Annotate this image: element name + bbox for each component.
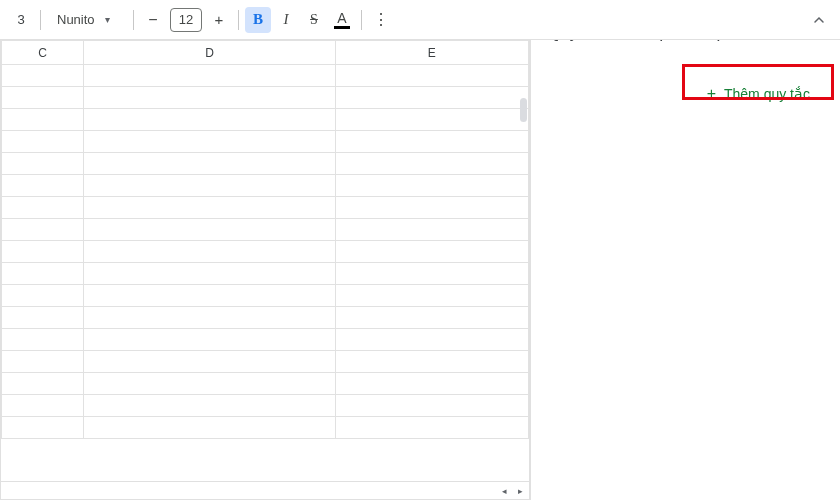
table-row [2, 87, 529, 109]
toolbar-separator [238, 10, 239, 30]
cell[interactable] [335, 219, 528, 241]
close-sidepanel-button[interactable]: × [800, 40, 824, 44]
cell[interactable] [84, 175, 335, 197]
cell[interactable] [84, 351, 335, 373]
table-row [2, 153, 529, 175]
cell[interactable] [335, 131, 528, 153]
spreadsheet-grid[interactable]: C D E [1, 40, 529, 481]
bold-button[interactable]: B [245, 7, 271, 33]
table-row [2, 373, 529, 395]
cell[interactable] [2, 263, 84, 285]
cell[interactable] [335, 307, 528, 329]
cell[interactable] [2, 307, 84, 329]
cell[interactable] [335, 417, 528, 439]
main-area: C D E ◂ ▸ Quy tắc xác thực dữ liệu × + [0, 40, 840, 500]
cell[interactable] [2, 109, 84, 131]
cell[interactable] [2, 197, 84, 219]
table-row [2, 131, 529, 153]
cell[interactable] [2, 373, 84, 395]
table-row [2, 351, 529, 373]
cell[interactable] [84, 219, 335, 241]
cell[interactable] [2, 153, 84, 175]
toolbar-separator [40, 10, 41, 30]
collapse-toolbar-button[interactable] [806, 7, 832, 33]
font-size-increase-button[interactable]: + [206, 7, 232, 33]
table-row [2, 329, 529, 351]
strikethrough-button[interactable]: S [301, 7, 327, 33]
table-row [2, 197, 529, 219]
column-header-e[interactable]: E [335, 41, 528, 65]
cell[interactable] [84, 131, 335, 153]
cell[interactable] [335, 175, 528, 197]
cell[interactable] [84, 395, 335, 417]
cell[interactable] [2, 87, 84, 109]
vertical-scrollbar-thumb[interactable] [520, 98, 527, 122]
table-row [2, 219, 529, 241]
cell[interactable] [2, 131, 84, 153]
table-row [2, 241, 529, 263]
leading-value: 3 [8, 7, 34, 33]
cell[interactable] [84, 263, 335, 285]
cell[interactable] [335, 109, 528, 131]
column-header-row: C D E [2, 41, 529, 65]
cell[interactable] [2, 65, 84, 87]
table-row [2, 263, 529, 285]
cell[interactable] [335, 65, 528, 87]
scroll-right-button[interactable]: ▸ [513, 484, 527, 498]
cell[interactable] [84, 87, 335, 109]
font-family-label: Nunito [57, 12, 95, 27]
font-size-input[interactable]: 12 [170, 8, 202, 32]
cell[interactable] [2, 351, 84, 373]
cell[interactable] [84, 153, 335, 175]
toolbar-separator [133, 10, 134, 30]
text-color-bar-icon [334, 26, 350, 29]
cell[interactable] [335, 351, 528, 373]
plus-icon: + [707, 86, 716, 102]
cell[interactable] [335, 373, 528, 395]
cell[interactable] [2, 219, 84, 241]
add-rule-container: + Thêm quy tắc [547, 72, 824, 116]
cell[interactable] [84, 65, 335, 87]
chevron-up-icon [813, 14, 825, 26]
table-row [2, 65, 529, 87]
spreadsheet: C D E ◂ ▸ [0, 40, 530, 500]
cell[interactable] [335, 263, 528, 285]
cell[interactable] [84, 417, 335, 439]
column-header-d[interactable]: D [84, 41, 335, 65]
font-size-decrease-button[interactable]: − [140, 7, 166, 33]
table-row [2, 395, 529, 417]
cell[interactable] [2, 285, 84, 307]
scroll-left-button[interactable]: ◂ [497, 484, 511, 498]
table-row [2, 417, 529, 439]
cell[interactable] [84, 329, 335, 351]
cell[interactable] [84, 307, 335, 329]
cell[interactable] [335, 241, 528, 263]
table-row [2, 109, 529, 131]
font-family-select[interactable]: Nunito ▾ [47, 7, 127, 33]
cell[interactable] [2, 417, 84, 439]
cell[interactable] [84, 285, 335, 307]
cell[interactable] [2, 395, 84, 417]
add-rule-button[interactable]: + Thêm quy tắc [697, 80, 820, 108]
column-header-c[interactable]: C [2, 41, 84, 65]
cell[interactable] [84, 197, 335, 219]
more-formatting-button[interactable]: ⋮ [368, 7, 394, 33]
cell[interactable] [335, 153, 528, 175]
cell[interactable] [335, 87, 528, 109]
cell[interactable] [335, 197, 528, 219]
cell[interactable] [84, 373, 335, 395]
cell[interactable] [84, 109, 335, 131]
cell[interactable] [2, 241, 84, 263]
text-color-a-icon: A [337, 11, 346, 25]
cell[interactable] [335, 329, 528, 351]
cell[interactable] [84, 241, 335, 263]
table-row [2, 175, 529, 197]
data-validation-sidepanel: Quy tắc xác thực dữ liệu × + Thêm quy tắ… [530, 40, 840, 500]
cell[interactable] [335, 395, 528, 417]
italic-button[interactable]: I [273, 7, 299, 33]
text-color-button[interactable]: A [329, 7, 355, 33]
cell[interactable] [2, 329, 84, 351]
cell[interactable] [2, 175, 84, 197]
table-row [2, 307, 529, 329]
cell[interactable] [335, 285, 528, 307]
